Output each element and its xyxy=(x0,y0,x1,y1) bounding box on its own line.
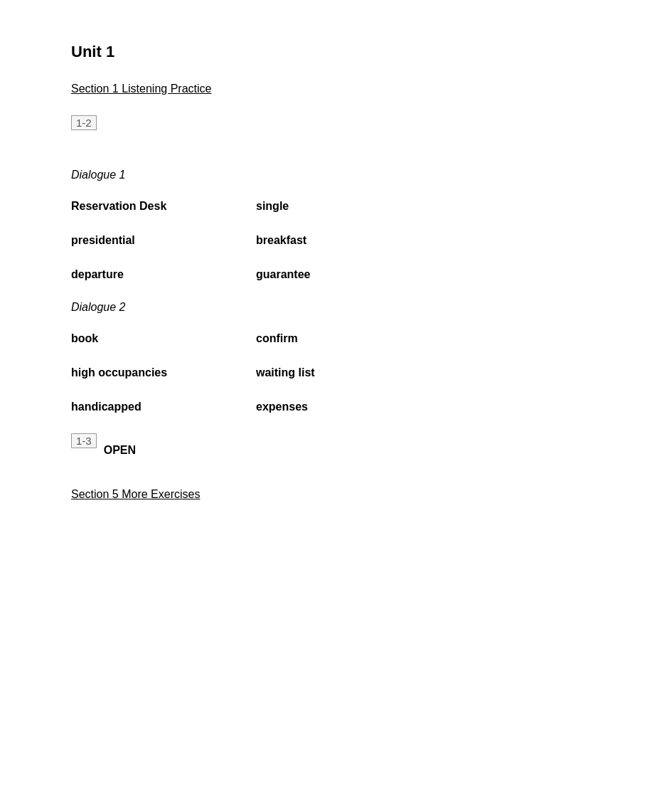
track-13-badge[interactable]: 1-3 xyxy=(71,433,97,448)
vocab-item: guarantee xyxy=(256,268,441,281)
section5-link[interactable]: Section 5 More Exercises xyxy=(71,488,200,501)
track-12-badge[interactable]: 1-2 xyxy=(71,115,97,130)
dialogue2-vocab-grid: book confirm high occupancies waiting li… xyxy=(71,332,601,413)
vocab-item: waiting list xyxy=(256,366,441,379)
vocab-item: high occupancies xyxy=(71,366,256,379)
vocab-item: departure xyxy=(71,268,256,281)
vocab-item: Reservation Desk xyxy=(71,200,256,213)
page-content: Unit 1 Section 1 Listening Practice 1-2 … xyxy=(0,0,672,799)
vocab-item: breakfast xyxy=(256,234,441,247)
vocab-item: handicapped xyxy=(71,401,256,413)
vocab-item: single xyxy=(256,200,441,213)
unit-title: Unit 1 xyxy=(71,43,601,61)
vocab-item: expenses xyxy=(256,401,441,413)
dialogue2-label: Dialogue 2 xyxy=(71,301,601,314)
dialogue1-label: Dialogue 1 xyxy=(71,169,601,181)
section1-link[interactable]: Section 1 Listening Practice xyxy=(71,83,211,95)
vocab-item: presidential xyxy=(71,234,256,247)
dialogue1-vocab-grid: Reservation Desk single presidential bre… xyxy=(71,200,601,281)
track-13-row: 1-3 OPEN xyxy=(71,433,601,467)
open-label: OPEN xyxy=(104,444,136,457)
vocab-item: confirm xyxy=(256,332,441,345)
vocab-item: book xyxy=(71,332,256,345)
